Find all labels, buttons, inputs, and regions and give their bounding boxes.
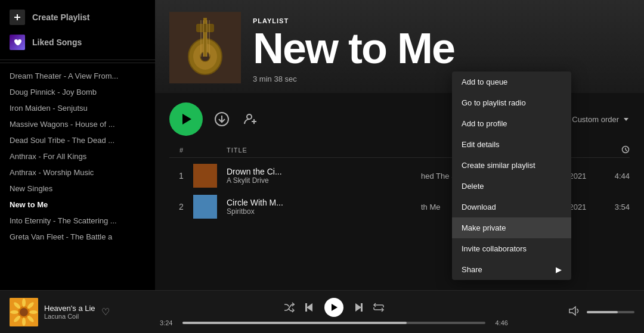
create-playlist-button[interactable]: Create Playlist <box>0 5 155 30</box>
menu-item-label: Create similar playlist <box>462 161 535 170</box>
playlist-item[interactable]: Anthrax - For All Kings <box>0 148 155 164</box>
repeat-button[interactable] <box>373 302 384 313</box>
menu-item-label: Add to queue <box>462 77 507 86</box>
menu-item-label: Invite collaborators <box>462 244 527 253</box>
player-track-artist: Lacuna Coil <box>44 313 95 320</box>
menu-item-share[interactable]: Share ▶ <box>452 259 571 280</box>
volume-bar[interactable] <box>587 311 634 313</box>
menu-item-invite-collaborators[interactable]: Invite collaborators <box>452 238 571 259</box>
menu-item-label: Download <box>462 203 496 211</box>
sidebar-top: Create Playlist Liked Songs <box>0 0 155 60</box>
svg-marker-37 <box>332 304 338 311</box>
sidebar-divider <box>0 63 155 63</box>
playlist-item[interactable]: Anthrax - Worship Music <box>0 164 155 180</box>
menu-item-delete[interactable]: Delete <box>452 176 571 197</box>
playlist-item-active[interactable]: New to Me <box>0 197 155 213</box>
sidebar-playlist-list[interactable]: Dream Theater - A View From... Doug Pinn… <box>0 66 155 290</box>
shuffle-button[interactable] <box>284 302 295 313</box>
playlist-item[interactable]: Doug Pinnick - Joy Bomb <box>0 84 155 100</box>
player-play-button[interactable] <box>324 298 343 317</box>
liked-songs-item[interactable]: Liked Songs <box>0 30 155 55</box>
current-time: 3:24 <box>160 319 178 326</box>
liked-songs-icon <box>10 35 25 50</box>
playlist-item[interactable]: Iron Maiden - Senjutsu <box>0 100 155 116</box>
player-right-controls <box>515 306 634 319</box>
menu-item-download[interactable]: Download <box>452 197 571 217</box>
player-buttons <box>284 298 384 317</box>
svg-point-26 <box>20 308 28 316</box>
app-layout: Create Playlist Liked Songs Dream Theate… <box>0 0 644 290</box>
playlist-item[interactable]: Into Eternity - The Scattering ... <box>0 213 155 229</box>
svg-marker-38 <box>355 303 361 312</box>
svg-marker-40 <box>569 307 575 315</box>
menu-item-label: Edit details <box>462 140 500 149</box>
svg-point-33 <box>10 310 18 314</box>
menu-item-label: Share <box>462 265 482 274</box>
svg-point-27 <box>22 298 26 307</box>
menu-item-label: Add to profile <box>462 119 507 128</box>
create-playlist-icon <box>10 10 25 25</box>
menu-item-label: Make private <box>462 223 506 232</box>
player-progress-bar[interactable]: 3:24 4:46 <box>160 319 508 326</box>
player-track-name: Heaven's a Lie <box>44 304 95 313</box>
menu-item-label: Go to playlist radio <box>462 98 526 107</box>
playlist-item[interactable]: Dead Soul Tribe - The Dead ... <box>0 132 155 148</box>
svg-rect-39 <box>361 303 363 312</box>
playlist-item[interactable]: Massive Wagons - House of ... <box>0 116 155 132</box>
context-menu: Add to queue Go to playlist radio Add to… <box>452 71 571 280</box>
progress-track[interactable] <box>182 322 485 324</box>
prev-button[interactable] <box>304 302 315 313</box>
svg-point-31 <box>22 318 26 326</box>
main-content: PLAYLIST New to Me 3 min 38 sec <box>155 0 644 290</box>
sidebar: Create Playlist Liked Songs Dream Theate… <box>0 0 155 290</box>
player-track-text: Heaven's a Lie Lacuna Coil <box>44 304 95 320</box>
menu-item-create-similar[interactable]: Create similar playlist <box>452 155 571 176</box>
total-time: 4:46 <box>490 319 508 326</box>
like-button[interactable]: ♡ <box>101 306 110 318</box>
svg-rect-36 <box>305 303 307 312</box>
playlist-item[interactable]: Greta Van Fleet - The Battle a <box>0 229 155 245</box>
playlist-item[interactable]: New Singles <box>0 180 155 197</box>
svg-point-29 <box>29 310 38 314</box>
menu-item-arrow: ▶ <box>556 265 562 274</box>
menu-item-go-to-radio[interactable]: Go to playlist radio <box>452 92 571 113</box>
menu-item-make-private[interactable]: Make private <box>452 217 571 238</box>
player-thumbnail <box>10 298 38 326</box>
menu-item-edit-details[interactable]: Edit details <box>452 134 571 155</box>
menu-item-add-to-queue[interactable]: Add to queue <box>452 71 571 92</box>
volume-fill <box>587 311 618 313</box>
playlist-item[interactable]: Dream Theater - A View From... <box>0 68 155 84</box>
create-playlist-label: Create Playlist <box>32 13 90 22</box>
volume-icon[interactable] <box>569 306 580 319</box>
liked-songs-label: Liked Songs <box>32 38 82 47</box>
player-controls: 3:24 4:46 <box>160 298 508 326</box>
menu-item-add-to-profile[interactable]: Add to profile <box>452 113 571 134</box>
bottom-player: Heaven's a Lie Lacuna Coil ♡ <box>0 290 644 333</box>
progress-fill <box>182 322 407 324</box>
player-track-info: Heaven's a Lie Lacuna Coil ♡ <box>10 298 153 326</box>
sidebar-playlist-wrapper: Dream Theater - A View From... Doug Pinn… <box>0 66 155 290</box>
next-button[interactable] <box>353 302 364 313</box>
svg-marker-35 <box>306 303 312 312</box>
menu-item-label: Delete <box>462 182 484 191</box>
